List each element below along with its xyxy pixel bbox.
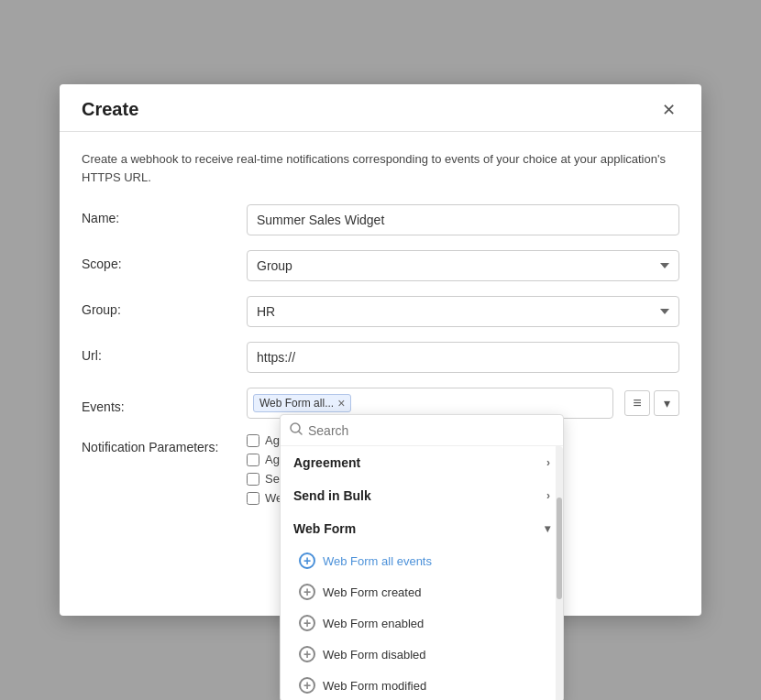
plus-icon-web-form-all: + xyxy=(299,552,315,569)
events-tag-remove[interactable]: × xyxy=(337,397,345,410)
create-modal: Create ✕ Create a webhook to receive rea… xyxy=(60,84,701,616)
dropdown-scrollbar-thumb xyxy=(557,498,562,599)
group-row: Group: HR Engineering xyxy=(82,296,679,327)
lines-icon: ≡ xyxy=(633,395,641,411)
notif-checkbox-2[interactable] xyxy=(247,473,259,486)
dropdown-search-area xyxy=(281,415,563,446)
chevron-down-icon: ▾ xyxy=(664,396,670,410)
events-actions: ≡ ▾ xyxy=(624,390,679,416)
dropdown-item-label-web-form-all: Web Form all events xyxy=(323,554,432,568)
dropdown-list: Agreement › Send in Bulk › Web Form ▾ + … xyxy=(281,446,563,700)
name-row: Name: xyxy=(82,204,679,235)
category-web-form[interactable]: Web Form ▾ xyxy=(281,512,563,545)
close-button[interactable]: ✕ xyxy=(658,100,679,120)
url-row: Url: xyxy=(82,342,679,373)
modal-title: Create xyxy=(82,99,138,120)
modal-description: Create a webhook to receive real-time no… xyxy=(82,150,679,186)
category-agreement-label: Agreement xyxy=(293,455,360,470)
category-agreement-chevron: › xyxy=(546,456,550,469)
notif-label: Notification Parameters: xyxy=(82,433,247,454)
dropdown-item-web-form-modified[interactable]: + Web Form modified xyxy=(281,670,563,700)
plus-icon-web-form-enabled: + xyxy=(299,615,315,631)
name-field-wrap xyxy=(247,204,679,235)
name-label: Name: xyxy=(82,204,247,225)
dropdown-item-label-web-form-enabled: Web Form enabled xyxy=(323,617,424,630)
category-agreement[interactable]: Agreement › xyxy=(281,446,563,479)
group-select[interactable]: HR Engineering xyxy=(247,296,679,327)
url-input[interactable] xyxy=(247,342,679,373)
url-label: Url: xyxy=(82,342,247,363)
dropdown-item-web-form-created[interactable]: + Web Form created xyxy=(281,576,563,607)
dropdown-item-label-web-form-created: Web Form created xyxy=(323,585,421,599)
close-icon: ✕ xyxy=(662,101,676,119)
category-send-bulk-chevron: › xyxy=(546,489,550,502)
dropdown-item-label-web-form-disabled: Web Form disabled xyxy=(323,648,425,662)
dropdown-item-web-form-enabled[interactable]: + Web Form enabled xyxy=(281,607,563,639)
notif-checkbox-0[interactable] xyxy=(247,434,259,447)
category-send-bulk[interactable]: Send in Bulk › xyxy=(281,479,563,512)
events-dropdown: Agreement › Send in Bulk › Web Form ▾ + … xyxy=(280,414,564,700)
group-field-wrap: HR Engineering xyxy=(247,296,679,327)
notif-checkbox-1[interactable] xyxy=(247,454,259,466)
plus-icon-web-form-created: + xyxy=(299,584,315,600)
events-label: Events: xyxy=(82,393,247,414)
plus-icon-web-form-disabled: + xyxy=(299,646,315,662)
events-tag: Web Form all... × xyxy=(253,394,351,412)
dropdown-scrollbar[interactable] xyxy=(556,446,563,700)
category-send-bulk-label: Send in Bulk xyxy=(293,488,371,503)
notif-checkbox-3[interactable] xyxy=(247,492,259,505)
dropdown-search-input[interactable] xyxy=(308,423,554,438)
plus-icon-web-form-modified: + xyxy=(299,677,315,694)
scope-select[interactable]: Group Account xyxy=(247,250,679,281)
scope-label: Scope: xyxy=(82,250,247,271)
events-tag-label: Web Form all... xyxy=(259,397,334,410)
category-web-form-chevron: ▾ xyxy=(545,522,550,535)
modal-header: Create ✕ xyxy=(60,84,701,132)
search-icon xyxy=(290,422,303,438)
events-dropdown-button[interactable]: ▾ xyxy=(654,390,679,416)
name-input[interactable] xyxy=(247,204,679,235)
events-lines-button[interactable]: ≡ xyxy=(624,390,650,416)
dropdown-item-label-web-form-modified: Web Form modified xyxy=(323,679,426,693)
svg-line-1 xyxy=(299,432,302,434)
dropdown-item-web-form-disabled[interactable]: + Web Form disabled xyxy=(281,639,563,670)
category-web-form-label: Web Form xyxy=(293,521,356,536)
url-field-wrap xyxy=(247,342,679,373)
dropdown-item-web-form-all[interactable]: + Web Form all events xyxy=(281,545,563,576)
group-label: Group: xyxy=(82,296,247,317)
scope-field-wrap: Group Account xyxy=(247,250,679,281)
scope-row: Scope: Group Account xyxy=(82,250,679,281)
